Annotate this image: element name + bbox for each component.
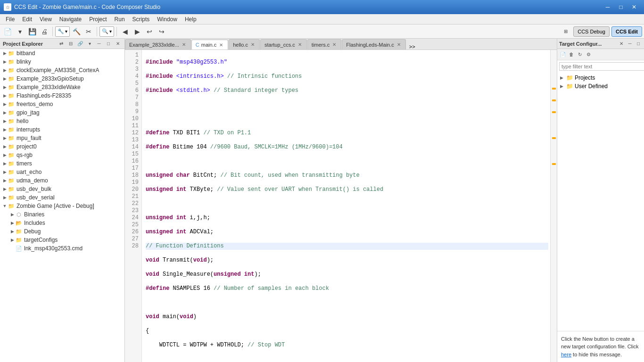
tab-mainc[interactable]: C main.c ✕ — [191, 40, 228, 50]
tree-item-debug-folder[interactable]: ▶ 📁 Debug — [0, 227, 124, 236]
maximize-button[interactable]: □ — [615, 2, 627, 12]
ccs-debug-perspective[interactable]: CCS Debug — [573, 26, 610, 37]
save-button[interactable]: 💾 — [26, 26, 38, 37]
tree-item-usb-serial[interactable]: ▶ 📁 usb_dev_serial — [0, 193, 124, 202]
tab-overflow-button[interactable]: >> — [406, 44, 418, 49]
close-button[interactable]: ✕ — [628, 2, 640, 12]
tree-label: udma_demo — [17, 177, 48, 184]
tab-close-icon[interactable]: ✕ — [181, 42, 187, 48]
menu-window[interactable]: Window — [153, 14, 181, 24]
minimize-panel-button[interactable]: ─ — [95, 40, 103, 48]
maximize-panel-button[interactable]: □ — [105, 40, 112, 48]
tab-timers[interactable]: timers.c ✕ — [307, 39, 342, 49]
tab-close-icon[interactable]: ✕ — [331, 42, 337, 48]
app-icon: ☆ — [4, 3, 11, 11]
maximize-tc-btn[interactable]: □ — [635, 40, 642, 48]
tree-item-interrupts[interactable]: ▶ 📁 interrupts — [0, 125, 124, 134]
toolbar-sep2 — [97, 27, 97, 36]
line-numbers: 1 2 3 4 5 6 7 8 9 10 11 12 13 14 15 16 1… — [125, 50, 142, 362]
tab-flashingleds[interactable]: FlashingLeds-Main.c ✕ — [342, 39, 406, 49]
tree-item-udma-demo[interactable]: ▶ 📁 udma_demo — [0, 176, 124, 185]
tree-item-includes[interactable]: ▶ 📂 Includes — [0, 219, 124, 227]
menu-help[interactable]: Help — [181, 14, 200, 24]
tc-item-projects[interactable]: ▶ 📁 Projects — [558, 74, 643, 82]
tab-startup[interactable]: startup_ccs.c ✕ — [260, 39, 307, 49]
tree-item-binaries[interactable]: ▶ ⬡ Binaries — [0, 210, 124, 219]
undo-nav-button[interactable]: ↩ — [144, 26, 155, 37]
tree-item-idle-wake[interactable]: ▶ 📁 Example_2833xIdleWake — [0, 83, 124, 91]
tree-item-mpu-fault[interactable]: ▶ 📁 mpu_fault — [0, 134, 124, 142]
tc-close-btn[interactable]: ✕ — [618, 40, 625, 48]
open-perspective-button[interactable]: ⊞ — [560, 26, 571, 37]
project-icon: 📁 — [8, 160, 15, 167]
tree-item-blinky[interactable]: ▶ 📁 blinky — [0, 58, 124, 66]
tab-close-icon[interactable]: ✕ — [218, 42, 224, 48]
project-icon: 📁 — [8, 92, 15, 99]
project-explorer-title: Project Explorer — [3, 41, 56, 47]
tree-label: bitband — [17, 50, 35, 57]
tree-item-gpio-jtag[interactable]: ▶ 📁 gpio_jtag — [0, 108, 124, 117]
project-icon: 📁 — [8, 49, 15, 57]
tree-item-flashingleds[interactable]: ▶ 📁 FlashingLeds-F28335 — [0, 91, 124, 100]
tree-item-linker-cmd[interactable]: ▶ 📄 lnk_msp430g2553.cmd — [0, 244, 124, 253]
print-button[interactable]: 🖨 — [39, 26, 50, 37]
back-button[interactable]: ◀ — [119, 26, 131, 37]
tc-delete-btn[interactable]: 🗑 — [568, 51, 575, 58]
search-dropdown[interactable]: 🔍▾ — [99, 26, 114, 37]
close-panel-button[interactable]: ✕ — [114, 40, 122, 48]
tree-item-uart-echo[interactable]: ▶ 📁 uart_echo — [0, 168, 124, 176]
menu-file[interactable]: File — [2, 14, 18, 24]
tc-new-btn[interactable]: 📄 — [559, 51, 567, 58]
menu-run[interactable]: Run — [111, 14, 129, 24]
filter-input[interactable] — [559, 62, 644, 71]
new-button[interactable]: 📄 — [2, 26, 13, 37]
menu-scripts[interactable]: Scripts — [129, 14, 154, 24]
tree-item-hello[interactable]: ▶ 📁 hello — [0, 117, 124, 125]
scroll-marker-3 — [552, 111, 556, 113]
tree-item-bitband[interactable]: ▶ 📁 bitband — [0, 49, 124, 58]
menu-edit[interactable]: Edit — [18, 14, 36, 24]
sync-button[interactable]: ⇄ — [58, 40, 65, 48]
menu-project[interactable]: Project — [85, 14, 110, 24]
tab-close-icon[interactable]: ✕ — [396, 42, 402, 48]
tab-helloc[interactable]: hello.c ✕ — [229, 39, 260, 49]
editor-tab-bar: Example_2833xIdle... ✕ C main.c ✕ hello.… — [125, 39, 557, 50]
tree-item-clockexample[interactable]: ▶ 📁 clockExample_AM3358_CortexA — [0, 66, 124, 74]
cmd-file-icon: 📄 — [15, 245, 23, 252]
tree-item-usb-bulk[interactable]: ▶ 📁 usb_dev_bulk — [0, 185, 124, 193]
minimize-tc-btn[interactable]: ─ — [626, 40, 634, 48]
tree-item-freertos[interactable]: ▶ 📁 freertos_demo — [0, 100, 124, 108]
tree-item-timers[interactable]: ▶ 📁 timers — [0, 159, 124, 168]
build-dropdown[interactable]: 🔧▾ — [55, 26, 70, 37]
tab-close-icon[interactable]: ✕ — [250, 42, 256, 48]
toggle-icon: ▶ — [2, 144, 8, 149]
minimize-button[interactable]: ─ — [602, 2, 614, 12]
menu-navigate[interactable]: Navigate — [56, 14, 85, 24]
info-text-before: Click the New button to create a new tar… — [561, 336, 638, 350]
collapse-all-button[interactable]: ⊟ — [67, 40, 74, 48]
view-menu-button[interactable]: ▾ — [86, 40, 93, 48]
tab-example2833[interactable]: Example_2833xIdle... ✕ — [125, 39, 191, 49]
toolbar-dropdown-new[interactable]: ▾ — [14, 26, 25, 37]
info-link[interactable]: here — [561, 352, 571, 357]
menu-view[interactable]: View — [36, 14, 56, 24]
tree-item-gpio-setup[interactable]: ▶ 📁 Example_2833xGpioSetup — [0, 74, 124, 83]
tree-item-target-configs[interactable]: ▶ 📁 targetConfigs — [0, 236, 124, 244]
tc-settings-btn[interactable]: ⚙ — [585, 51, 592, 58]
code-editor[interactable]: 1 2 3 4 5 6 7 8 9 10 11 12 13 14 15 16 1… — [125, 50, 557, 362]
editor-scrollbar[interactable] — [550, 50, 557, 362]
link-editor-button[interactable]: 🔗 — [76, 40, 84, 48]
tree-label: uart_echo — [17, 169, 41, 175]
build-all-button[interactable]: 🔨 — [71, 26, 82, 37]
tc-item-user-defined[interactable]: ▶ 📁 User Defined — [558, 82, 643, 90]
clean-button[interactable]: ✂ — [83, 26, 94, 37]
tc-refresh-btn[interactable]: ↻ — [576, 51, 584, 58]
tree-item-zombie-game[interactable]: ▼ 📁 Zombie Game [Active - Debug] — [0, 202, 124, 210]
ccs-edit-perspective[interactable]: CCS Edit — [611, 26, 642, 37]
forward-button[interactable]: ▶ — [132, 26, 143, 37]
tree-item-qs-rgb[interactable]: ▶ 📁 qs-rgb — [0, 151, 124, 159]
tree-item-project0[interactable]: ▶ 📁 project0 — [0, 142, 124, 151]
tab-close-icon[interactable]: ✕ — [297, 42, 303, 48]
redo-nav-button[interactable]: ↪ — [156, 26, 167, 37]
code-content[interactable]: #include "msp430g2553.h" #include <intri… — [142, 50, 550, 362]
